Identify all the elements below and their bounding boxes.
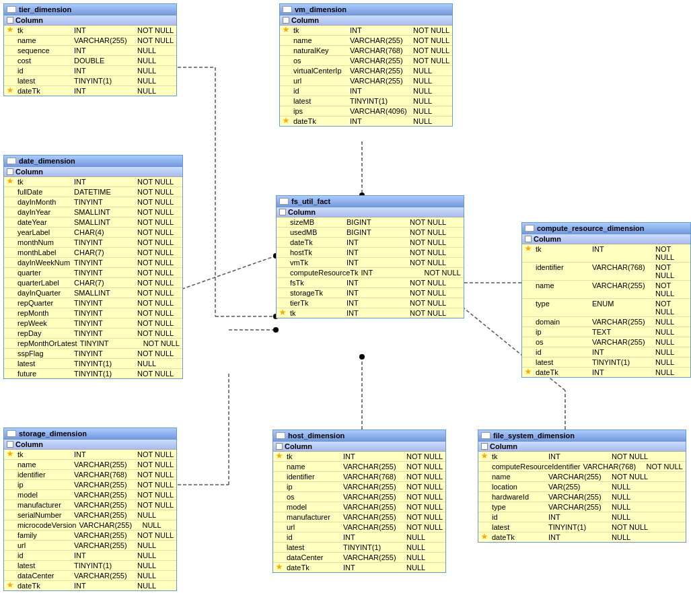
table-row: tierTkINTNOT NULL [277,298,464,308]
col-null: NULL [406,553,425,561]
col-type: INT [548,452,609,460]
col-null: NOT NULL [406,503,443,511]
col-type: VARCHAR(255) [74,481,135,489]
table-row: repWeekTINYINTNOT NULL [4,318,182,329]
pk-cell [276,452,284,460]
column-label: Column [291,16,319,24]
table-name: file_system_dimension [493,432,575,440]
pk-cell [7,208,15,216]
col-null: NULL [413,87,432,95]
col-name: repDay [17,329,71,337]
table-row: nameVARCHAR(255)NOT NULL [280,36,452,46]
table-row: dateTkINTNULL [4,581,176,590]
table-row: modelVARCHAR(255)NOT NULL [273,502,445,512]
col-type: VARCHAR(768) [592,263,653,279]
col-null: NOT NULL [413,36,449,44]
col-null: NOT NULL [410,218,446,226]
table-row: osVARCHAR(255)NOT NULL [280,56,452,66]
col-name: name [17,460,71,469]
col-null: NULL [406,533,425,541]
table-row: nameVARCHAR(255)NOT NULL [522,281,690,299]
col-null: NOT NULL [612,473,648,481]
col-type: VARCHAR(255) [79,521,139,529]
table-row: yearLabelCHAR(4)NOT NULL [4,228,182,238]
col-type: BIGINT [347,218,407,226]
col-null: NULL [413,67,432,75]
table-row: nameVARCHAR(255)NOT NULL [478,472,686,482]
col-null: NOT NULL [646,463,682,471]
col-type: TINYINT(1) [548,523,609,531]
col-null: NOT NULL [137,309,174,317]
col-null: NOT NULL [137,259,174,267]
pk-cell [283,46,291,55]
table-row: fullDateDATETIMENOT NULL [4,187,182,197]
pk-icon [276,563,283,570]
col-name: url [293,77,347,85]
col-name: monthNum [17,238,71,246]
col-name: vmTk [290,259,344,267]
col-null: NULL [413,117,432,125]
col-null: NULL [137,67,156,75]
table-row: dateYearSMALLINTNOT NULL [4,217,182,228]
col-null: NOT NULL [406,473,443,481]
pk-cell [276,473,284,481]
table-row: repDayTINYINTNOT NULL [4,329,182,339]
table-row: serialNumberVARCHAR(255)NULL [4,510,176,520]
pk-cell [7,481,15,489]
col-name: repQuarter [17,299,71,307]
col-name: monthLabel [17,248,71,256]
col-name: dayInWeekNum [17,259,71,267]
pk-cell [7,77,15,85]
pk-cell [279,259,287,267]
table-row: idINTNULL [478,512,686,522]
col-name: computeResourceIdentifier [492,463,580,471]
table-row: latestTINYINT(1)NULL [280,96,452,106]
col-name: tk [17,450,71,458]
pk-icon [283,26,289,33]
col-name: id [287,533,340,541]
col-type: CHAR(4) [74,228,135,236]
col-null: NOT NULL [406,463,443,471]
col-type: TEXT [592,328,653,336]
col-null: NOT NULL [406,493,443,501]
table-file_system_dimension: file_system_dimensionColumntkINTNOT NULL… [478,430,686,543]
col-null: NULL [413,107,432,115]
col-name: hostTk [290,248,344,256]
pk-icon [7,582,13,588]
col-name: latest [536,358,589,366]
column-label: Column [15,440,43,448]
svg-point-15 [273,327,279,333]
table-row: costDOUBLENULL [4,56,176,66]
pk-cell [481,513,489,521]
table-row: dayInMonthTINYINTNOT NULL [4,197,182,207]
table-row: identifierVARCHAR(768)NOT NULL [4,470,176,480]
table-row: familyVARCHAR(255)NOT NULL [4,531,176,541]
pk-cell [279,248,287,256]
table-row: dateTkINTNULL [522,368,690,377]
pk-cell [276,483,284,491]
pk-icon [7,450,13,457]
table-row: idINTNULL [280,86,452,96]
col-name: sizeMB [290,218,344,226]
pk-icon [7,87,13,94]
col-name: virtualCenterIp [293,67,347,75]
col-name: dayInYear [17,208,71,216]
table-row: repMonthOrLatestTINYINTNOT NULL [4,339,182,349]
table-icon [481,432,490,439]
col-name: os [536,338,589,346]
table-row: ipTEXTNULL [522,327,690,337]
col-null: NULL [612,513,630,521]
col-type: DATETIME [74,188,135,196]
col-type: VARCHAR(255) [592,318,653,326]
pk-cell [279,269,287,277]
col-type: SMALLINT [74,289,135,297]
col-type: INT [347,279,407,287]
table-row: urlVARCHAR(255)NOT NULL [273,522,445,533]
pk-cell [481,473,489,481]
col-type: VARCHAR(768) [583,463,643,471]
col-null: NULL [137,541,156,549]
col-null: NULL [142,521,161,529]
col-null: NOT NULL [137,349,174,357]
col-name: dateTk [492,533,546,541]
table-icon [7,158,16,164]
